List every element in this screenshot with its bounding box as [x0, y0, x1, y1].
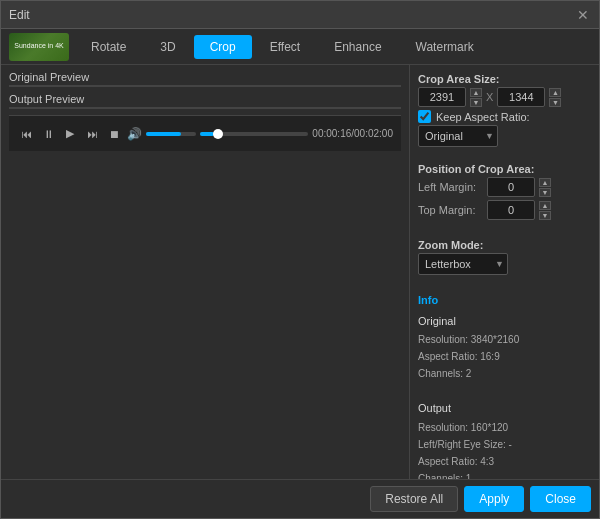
keep-aspect-label: Keep Aspect Ratio:	[436, 111, 530, 123]
crop-width-up[interactable]: ▲	[470, 88, 482, 97]
window-title: Edit	[9, 8, 575, 22]
crop-height-up[interactable]: ▲	[549, 88, 561, 97]
top-margin-up[interactable]: ▲	[539, 201, 551, 210]
top-margin-label: Top Margin:	[418, 204, 483, 216]
zoom-section: Zoom Mode: Letterbox Pan & Scan Full ▼	[418, 239, 591, 275]
aspect-dropdown-wrap: Original 16:9 4:3 1:1 ▼	[418, 125, 498, 147]
crop-height-down[interactable]: ▼	[549, 98, 561, 107]
size-separator: X	[486, 91, 493, 103]
output-eye-size: Left/Right Eye Size: -	[418, 436, 591, 453]
position-section: Position of Crop Area: Left Margin: ▲ ▼ …	[418, 163, 591, 223]
original-preview-section: Original Preview	[9, 71, 401, 87]
play-button[interactable]: ▶	[61, 125, 79, 143]
original-resolution: Resolution: 3840*2160	[418, 331, 591, 348]
thumb-label: Sundance in 4K	[14, 42, 63, 50]
output-resolution: Resolution: 160*120	[418, 419, 591, 436]
close-icon[interactable]: ✕	[575, 7, 591, 23]
zoom-dropdown[interactable]: Letterbox Pan & Scan Full	[418, 253, 508, 275]
time-display: 00:00:16/00:02:00	[312, 128, 393, 139]
output-aspect: Aspect Ratio: 4:3	[418, 453, 591, 470]
volume-icon[interactable]: 🔊	[127, 127, 142, 141]
position-title: Position of Crop Area:	[418, 163, 591, 175]
tab-rotate[interactable]: Rotate	[75, 35, 142, 59]
progress-fill	[200, 132, 214, 136]
left-panel: Original Preview	[1, 65, 409, 479]
left-margin-row: Left Margin: ▲ ▼	[418, 177, 591, 197]
output-info-label: Output	[418, 399, 591, 418]
crop-width-down[interactable]: ▼	[470, 98, 482, 107]
left-margin-up[interactable]: ▲	[539, 178, 551, 187]
progress-bar[interactable]	[200, 132, 308, 136]
volume-slider[interactable]	[146, 132, 196, 136]
top-margin-down[interactable]: ▼	[539, 211, 551, 220]
output-channels: Channels: 1	[418, 470, 591, 479]
crop-area-title: Crop Area Size:	[418, 73, 591, 85]
left-margin-spinners: ▲ ▼	[539, 178, 551, 197]
original-preview-label: Original Preview	[9, 71, 401, 83]
close-button[interactable]: Close	[530, 486, 591, 512]
keep-aspect-row: Keep Aspect Ratio:	[418, 110, 591, 123]
left-margin-down[interactable]: ▼	[539, 188, 551, 197]
aspect-dropdown[interactable]: Original 16:9 4:3 1:1	[418, 125, 498, 147]
restore-all-button[interactable]: Restore All	[370, 486, 458, 512]
top-margin-row: Top Margin: ▲ ▼	[418, 200, 591, 220]
tab-watermark[interactable]: Watermark	[400, 35, 490, 59]
original-preview-box: +	[9, 85, 401, 87]
zoom-dropdown-wrap: Letterbox Pan & Scan Full ▼	[418, 253, 508, 275]
bottom-bar: Restore All Apply Close	[1, 479, 599, 518]
main-content: Original Preview	[1, 65, 599, 479]
tab-effect[interactable]: Effect	[254, 35, 316, 59]
play-next-button[interactable]: ⏭	[83, 125, 101, 143]
top-margin-spinners: ▲ ▼	[539, 201, 551, 220]
output-preview-section: Output Preview	[9, 93, 401, 109]
tab-bar: Sundance in 4K Rotate 3D Crop Effect Enh…	[1, 29, 599, 65]
crop-area-section: Crop Area Size: ▲ ▼ X ▲ ▼ Ke	[418, 73, 591, 147]
tab-enhance[interactable]: Enhance	[318, 35, 397, 59]
player-controls: ⏮ ⏸ ▶ ⏭ ⏹ 🔊 00:00:16/00:02:00	[9, 115, 401, 151]
thumbnail-tab[interactable]: Sundance in 4K	[9, 33, 69, 61]
volume-fill	[146, 132, 181, 136]
tab-crop[interactable]: Crop	[194, 35, 252, 59]
tab-3d[interactable]: 3D	[144, 35, 191, 59]
output-preview-label: Output Preview	[9, 93, 401, 105]
original-info-label: Original	[418, 312, 591, 331]
original-aspect: Aspect Ratio: 16:9	[418, 348, 591, 365]
top-margin-input[interactable]	[487, 200, 535, 220]
left-margin-input[interactable]	[487, 177, 535, 197]
info-title: Info	[418, 291, 591, 310]
crop-size-row: ▲ ▼ X ▲ ▼	[418, 87, 591, 107]
right-panel: Crop Area Size: ▲ ▼ X ▲ ▼ Ke	[409, 65, 599, 479]
output-preview-box	[9, 107, 401, 109]
title-bar: Edit ✕	[1, 1, 599, 29]
crop-width-spinners: ▲ ▼	[470, 88, 482, 107]
info-section: Info Original Resolution: 3840*2160 Aspe…	[418, 291, 591, 479]
crop-height-spinners: ▲ ▼	[549, 88, 561, 107]
zoom-title: Zoom Mode:	[418, 239, 591, 251]
edit-window: Edit ✕ Sundance in 4K Rotate 3D Crop Eff…	[0, 0, 600, 519]
original-channels: Channels: 2	[418, 365, 591, 382]
crop-width-input[interactable]	[418, 87, 466, 107]
play-prev-button[interactable]: ⏮	[17, 125, 35, 143]
left-margin-label: Left Margin:	[418, 181, 483, 193]
stop-button[interactable]: ⏹	[105, 125, 123, 143]
progress-thumb	[213, 129, 223, 139]
keep-aspect-checkbox[interactable]	[418, 110, 431, 123]
apply-button[interactable]: Apply	[464, 486, 524, 512]
pause-button[interactable]: ⏸	[39, 125, 57, 143]
crop-height-input[interactable]	[497, 87, 545, 107]
